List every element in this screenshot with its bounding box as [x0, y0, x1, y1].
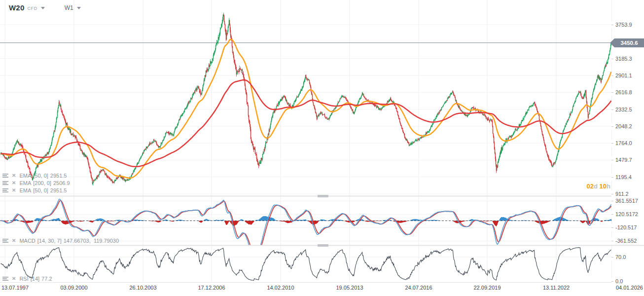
countdown-days-unit: d	[594, 183, 598, 190]
rsi-legend-row: ✕ RSI [14] 77.2	[2, 275, 54, 282]
indicator-value: 2951.5	[50, 173, 67, 179]
remove-indicator-icon[interactable]: ✕	[12, 188, 16, 193]
trading-chart-window: W20 CFD W1 3753.9 3185.3 2901.1 2616.8 2…	[0, 0, 644, 296]
indicator-params: [50, 0]	[33, 187, 48, 193]
symbol-selector[interactable]: W20 CFD	[9, 3, 45, 12]
ema-200-line	[1, 80, 611, 167]
candle-countdown: 02d 10h	[587, 183, 610, 190]
price-axis-label: 2332.5	[611, 106, 644, 113]
price-axis-label: 1764.0	[611, 140, 644, 147]
indicator-name: RSI	[19, 276, 28, 282]
current-price-badge: 3450.6	[614, 38, 644, 47]
price-axis-label: 3753.9	[611, 21, 644, 28]
price-axis-label: 3185.3	[611, 55, 644, 62]
price-axis-label: 2048.2	[611, 123, 644, 130]
macd-panel	[0, 199, 611, 255]
timeframe-label: W1	[65, 4, 73, 11]
indicator-name: EMA	[19, 187, 31, 193]
remove-indicator-icon[interactable]: ✕	[12, 181, 16, 185]
date-axis-label: 03.09.2000	[60, 285, 87, 291]
rsi-axis-label: 0.0	[611, 278, 644, 285]
rsi-axis-label: 70.0	[611, 254, 644, 260]
remove-indicator-icon[interactable]: ✕	[12, 238, 16, 243]
date-axis-label: 13.07.1997	[1, 285, 29, 291]
indicator-name: MACD	[19, 238, 35, 244]
macd-axis-label: 120.5172	[611, 211, 644, 218]
price-chart-canvas[interactable]	[0, 0, 644, 296]
ema-legend-row: ✕ EMA [50, 0] 2951.5	[2, 172, 69, 179]
indicator-settings-icon[interactable]	[2, 173, 9, 178]
panel-resize-handle[interactable]	[318, 244, 328, 247]
panel-resize-handle[interactable]	[318, 195, 328, 197]
date-axis-label: 04.01.2026	[616, 285, 643, 291]
indicator-value: 147.66703, 119.79030	[64, 238, 119, 244]
indicator-value: 77.2	[41, 276, 52, 282]
indicator-settings-icon[interactable]	[2, 181, 9, 185]
indicator-value: 2951.5	[50, 187, 67, 193]
date-axis-label: 17.12.2006	[198, 285, 225, 291]
rsi-line	[1, 248, 611, 281]
chevron-down-icon	[41, 7, 45, 9]
macd-axis-label: 361.5517	[611, 197, 644, 204]
ema-legend-row: ✕ EMA [200, 0] 2506.9	[2, 180, 72, 186]
ema-legend-row: ✕ EMA [50, 0] 2951.5	[2, 187, 69, 194]
indicator-params: [200, 0]	[33, 180, 51, 186]
price-axis-label: 911.2	[611, 190, 644, 197]
chevron-down-icon	[77, 7, 81, 9]
indicator-params: [50, 0]	[33, 173, 48, 179]
price-axis-label: 2616.8	[611, 89, 644, 96]
date-axis-label: 14.02.2010	[267, 285, 294, 291]
indicator-settings-icon[interactable]	[2, 238, 9, 243]
symbol-label: W20	[9, 3, 24, 12]
price-axis-label: 1195.4	[611, 174, 644, 181]
indicator-params: [14]	[31, 276, 39, 282]
ema-50-line	[1, 39, 611, 178]
chart-header: W20 CFD W1	[9, 3, 81, 12]
remove-indicator-icon[interactable]: ✕	[12, 276, 16, 281]
price-axis-label: 2901.1	[611, 72, 644, 79]
macd-legend-row: ✕ MACD [14, 30, 7] 147.66703, 119.79030	[2, 237, 121, 244]
remove-indicator-icon[interactable]: ✕	[12, 173, 16, 178]
candlesticks	[0, 13, 612, 185]
countdown-days: 02	[587, 183, 594, 190]
timeframe-selector[interactable]: W1	[45, 4, 81, 11]
indicator-settings-icon[interactable]	[2, 276, 9, 281]
macd-axis-label: -120.517	[611, 224, 644, 231]
countdown-hours-unit: h	[607, 183, 610, 190]
instrument-type-label: CFD	[27, 6, 37, 11]
price-axis-label: 1479.7	[611, 156, 644, 163]
date-axis-label: 24.07.2016	[405, 285, 432, 291]
indicator-name: EMA	[19, 173, 31, 179]
date-axis-label: 22.09.2019	[473, 285, 501, 291]
macd-line	[1, 199, 611, 255]
date-axis-label: 26.10.2003	[129, 285, 156, 291]
countdown-hours: 10	[600, 183, 607, 190]
date-axis-label: 13.11.2022	[543, 285, 570, 291]
indicator-value: 2506.9	[53, 180, 70, 186]
macd-axis-label: -361.552	[611, 237, 644, 244]
indicator-name: EMA	[19, 180, 31, 186]
date-axis-label: 19.05.2013	[336, 285, 363, 291]
indicator-settings-icon[interactable]	[2, 188, 9, 193]
indicator-params: [14, 30, 7]	[37, 238, 62, 244]
